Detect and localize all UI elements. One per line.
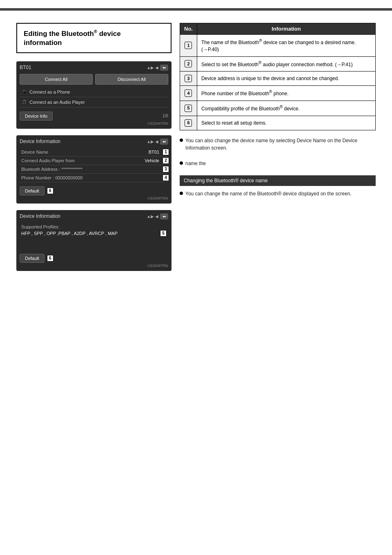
table-info-cell: Device address is unique to the device a… [197,72,375,86]
screen1-id: US2044TEle [20,121,168,125]
device-screen-1: BT01 ▲▶ ◀ ⬅ Connect All Disconnect All 📱… [16,61,172,129]
screen2-id: US2048TEle [20,195,168,200]
table-num-cell: 4 [180,86,197,101]
screen2-footer: Default 6 [20,185,168,195]
table-row: 6Select to reset all setup items. [180,116,376,130]
table-num-cell: 2 [180,56,197,72]
badge-5: 5 [160,230,167,237]
connect-as-audio-item[interactable]: 🎵 Connect as an Audio Player [20,97,168,107]
screen3-back-btn[interactable]: ⬅ [160,213,168,219]
screen3-id: US2049TEle [20,263,168,268]
info-row-device-name: Device Name BT01 1 [20,148,168,157]
table-row: 2Select to set the Bluetooth® audio play… [180,56,376,72]
num-circle: 4 [185,90,192,97]
table-info-cell: The name of the Bluetooth® device can be… [197,35,375,57]
screen2-title: Device Information [20,139,60,144]
num-circle: 6 [185,119,192,127]
screen3-icons: ▲▶ ◀ ⬅ [147,213,168,219]
num-circle: 2 [185,60,192,67]
bullet-item-3: You can change the name of the Bluetooth… [180,190,376,202]
num-circle: 5 [185,105,192,112]
badge-1: 1 [163,149,169,155]
screen1-header: BT01 ▲▶ ◀ ⬅ [20,65,168,71]
table-info-cell: Select to set the Bluetooth® audio playe… [197,56,375,72]
table-num-cell: 6 [180,116,197,130]
info-row-phone-number: Phone Number : 00000000000 4 [20,174,168,182]
profiles-section: Supported Profiles: HFP , SPP , OPP ,PBA… [20,223,168,237]
device-screen-2: Device Information ▲▶ ◀ ⬅ Device Name BT… [16,135,172,204]
bullet-text-3: You can change the name of the Bluetooth… [185,190,352,197]
connect-all-btn[interactable]: Connect All [20,74,93,85]
badge-2: 2 [163,157,169,164]
badge-4: 4 [163,175,169,181]
bullet-dot-2 [180,161,183,165]
disconnect-all-btn[interactable]: Disconnect All [95,74,168,85]
table-num-cell: 5 [180,101,197,116]
col-info-header: Information [197,23,375,35]
info-row-audio-player: Connect Audio Player from Vehicle 2 [20,157,168,165]
right-column: No. Information 1The name of the Bluetoo… [180,23,376,278]
content-area: Editing the Bluetooth® deviceinformation… [0,23,392,278]
screen2-header: Device Information ▲▶ ◀ ⬅ [20,139,168,145]
device-info-btn[interactable]: Device Info [20,112,53,121]
supported-profiles-label: Supported Profiles: [21,224,167,229]
badge-6b: 6 [47,255,53,262]
bullet-text-2: name the [185,160,206,167]
device-screen-3: Device Information ▲▶ ◀ ⬅ Supported Prof… [16,210,172,271]
profiles-list: HFP , SPP , OPP ,PBAP , A2DP , AVRCP , M… [21,231,158,236]
table-row: 3Device address is unique to the device … [180,72,376,86]
screen2-icons: ▲▶ ◀ ⬅ [147,139,168,145]
screen3-header: Device Information ▲▶ ◀ ⬅ [20,213,168,219]
screen2-back-btn[interactable]: ⬅ [160,139,168,145]
col-no-header: No. [180,23,197,35]
screen1-back-btn[interactable]: ⬅ [160,65,168,71]
info-table: No. Information 1The name of the Bluetoo… [180,23,376,130]
table-num-cell: 1 [180,35,197,57]
audio-icon: 🎵 [21,99,27,105]
bullet-dot-1 [180,139,183,142]
table-row: 5Compatibility profile of the Bluetooth®… [180,101,376,116]
title-box: Editing the Bluetooth® deviceinformation [16,23,172,53]
screen1-footer: Device Info 1/6 [20,110,168,121]
screen3-default-btn[interactable]: Default [20,254,45,263]
screen1-title: BT01 [20,65,31,70]
num-circle: 3 [185,75,192,82]
info-row-bluetooth-address: Bluetooth Address : ************ 3 [20,165,168,174]
table-info-cell: Select to reset all setup items. [197,116,375,130]
screen3-footer: Default 6 [20,252,168,263]
screen1-icons: ▲▶ ◀ ⬅ [147,65,168,71]
table-row: 4Phone number of the Bluetooth® phone. [180,86,376,101]
screen2-default-btn[interactable]: Default [20,186,45,195]
screen3-title: Device Information [20,213,60,219]
left-column: Editing the Bluetooth® deviceinformation… [16,23,172,278]
dark-bar: Changing the Bluetooth® device name [180,175,376,186]
bullet-text-1: You can also change the device name by s… [185,137,376,152]
num-circle: 1 [185,42,192,49]
badge-3: 3 [163,166,169,172]
connect-as-phone-item[interactable]: 📱 Connect as a Phone [20,87,168,97]
table-row: 1The name of the Bluetooth® device can b… [180,35,376,57]
bullet-item-1: You can also change the device name by s… [180,137,376,157]
phone-icon: 📱 [21,89,27,95]
table-info-cell: Compatibility profile of the Bluetooth® … [197,101,375,116]
bullet-item-2: name the [180,160,376,172]
screen1-btn-row: Connect All Disconnect All [20,74,168,85]
page-title: Editing the Bluetooth® deviceinformation [24,29,164,47]
table-info-cell: Phone number of the Bluetooth® phone. [197,86,375,101]
bullet-dot-3 [180,192,183,195]
page: Editing the Bluetooth® deviceinformation… [0,0,392,555]
table-num-cell: 3 [180,72,197,86]
badge-6a: 6 [47,188,53,194]
top-bar [0,8,392,11]
